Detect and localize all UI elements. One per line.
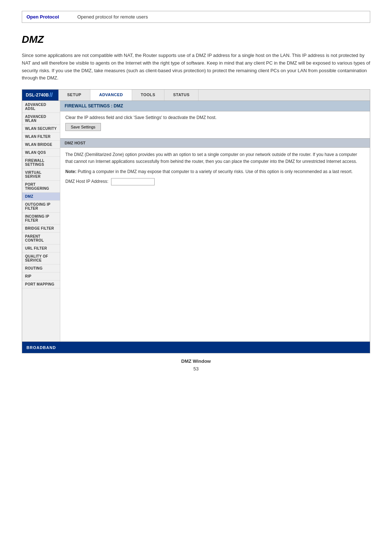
sidebar-item-wlan-security[interactable]: WLAN SECURITY	[22, 125, 60, 133]
nav-bar: DSL-2740B // SETUP ADVANCED TOOLS STATUS	[22, 90, 370, 101]
content-area: FIREWALL SETTINGS : DMZ Clear the IP add…	[60, 101, 370, 341]
page-number: 53	[22, 366, 370, 372]
sidebar-item-outgoing-ip-filter[interactable]: OUTGOING IP FILTER	[22, 201, 60, 213]
sidebar-item-wlan-filter[interactable]: WLAN FILTER	[22, 133, 60, 141]
sidebar-item-port-mapping[interactable]: PORT MAPPING	[22, 280, 60, 288]
sidebar-item-virtual-server[interactable]: VIRTUAL SERVER	[22, 169, 60, 181]
logo-text: DSL-2740B	[26, 93, 49, 98]
sidebar-item-firewall-settings[interactable]: FIREWALL SETTINGS	[22, 157, 60, 169]
dmz-host-header: DMZ HOST	[60, 138, 370, 148]
sidebar-item-wlan-bridge[interactable]: WLAN BRIDGE	[22, 141, 60, 149]
sidebar-item-dmz[interactable]: DMZ	[22, 193, 60, 201]
window-caption: DMZ Window	[22, 358, 370, 364]
router-frame: DSL-2740B // SETUP ADVANCED TOOLS STATUS…	[22, 89, 370, 353]
sidebar-item-rip[interactable]: RIP	[22, 272, 60, 280]
dmz-host-content: The DMZ (Demilitarized Zone) option prov…	[60, 148, 370, 189]
tab-tools[interactable]: TOOLS	[132, 90, 164, 100]
top-banner: Open Protocol Opened protocol for remote…	[22, 11, 370, 23]
sidebar-item-advanced-adsl[interactable]: ADVANCED ADSL	[22, 101, 60, 113]
main-layout: ADVANCED ADSL ADVANCED WLAN WLAN SECURIT…	[22, 101, 370, 341]
dmz-note: Note: Putting a computer in the DMZ may …	[65, 168, 365, 175]
content-inner: Clear the IP address field and click 'Sa…	[60, 111, 370, 138]
sidebar-item-url-filter[interactable]: URL FILTER	[22, 245, 60, 253]
sidebar-item-parent-control[interactable]: PARENT CONTROL	[22, 233, 60, 245]
page-description: Since some applications are not compatib…	[22, 52, 370, 82]
router-logo: DSL-2740B //	[22, 90, 58, 100]
sidebar-item-wlan-qos[interactable]: WLAN QOS	[22, 149, 60, 157]
sidebar-item-routing[interactable]: ROUTING	[22, 264, 60, 272]
save-settings-button[interactable]: Save Settings	[65, 123, 101, 131]
sidebar-item-port-triggering[interactable]: PORT TRIGGERING	[22, 181, 60, 193]
router-footer: BROADBAND	[22, 341, 370, 353]
sidebar-item-quality-of-service[interactable]: QUALITY OF SERVICE	[22, 253, 60, 264]
dmz-description: The DMZ (Demilitarized Zone) option prov…	[65, 151, 365, 165]
tab-advanced[interactable]: ADVANCED	[90, 90, 132, 100]
section-header: FIREWALL SETTINGS : DMZ	[60, 101, 370, 111]
ip-row: DMZ Host IP Address:	[65, 178, 365, 185]
banner-label[interactable]: Open Protocol	[26, 14, 77, 20]
tab-status[interactable]: STATUS	[164, 90, 199, 100]
dmz-host-ip-input[interactable]	[111, 178, 155, 185]
content-spacer	[60, 189, 370, 341]
ip-label: DMZ Host IP Address:	[65, 178, 108, 185]
banner-description: Opened protocol for remote users	[77, 14, 148, 20]
logo-slashes: //	[49, 92, 53, 98]
tab-setup[interactable]: SETUP	[58, 90, 90, 100]
sidebar-item-bridge-filter[interactable]: BRIDGE FILTER	[22, 225, 60, 233]
sidebar-item-advanced-wlan[interactable]: ADVANCED WLAN	[22, 113, 60, 125]
page-title: DMZ	[22, 34, 370, 45]
sidebar-item-incoming-ip-filter[interactable]: INCOMING IP FILTER	[22, 213, 60, 225]
footer-text: BROADBAND	[26, 345, 56, 350]
clear-text: Clear the IP address field and click 'Sa…	[65, 115, 365, 120]
sidebar: ADVANCED ADSL ADVANCED WLAN WLAN SECURIT…	[22, 101, 60, 341]
